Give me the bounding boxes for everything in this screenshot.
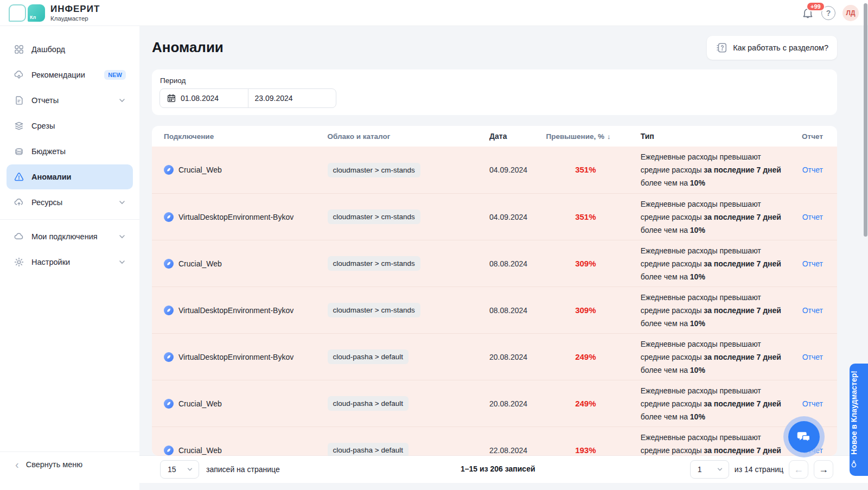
date-from-field[interactable]: 01.08.2024 — [160, 89, 248, 107]
sidebar-item-label: Бюджеты — [31, 147, 66, 156]
page-size-value: 15 — [168, 465, 176, 474]
next-page-button[interactable]: → — [814, 460, 833, 479]
arrow-right-icon: → — [819, 464, 828, 475]
report-link[interactable]: Отчет — [802, 353, 823, 361]
prev-page-button[interactable]: ← — [789, 460, 808, 479]
connection-provider-icon — [164, 446, 174, 455]
anomaly-type-text: Ежедневные расходы превышают средние рас… — [641, 384, 791, 423]
sidebar-item-recommendations[interactable]: Рекомендации NEW — [7, 62, 133, 87]
logo-icon: Кл — [9, 4, 45, 22]
col-header-type: Тип — [641, 130, 791, 143]
sidebar-item-label: Дашборд — [31, 45, 65, 54]
excess-percent: 249% — [546, 352, 596, 361]
connection-provider-icon — [164, 165, 174, 175]
connection-provider-icon — [164, 399, 174, 409]
connection-name: Crucial_Web — [178, 399, 222, 408]
col-header-excess-sort[interactable]: Превышение, %↓ — [546, 132, 641, 141]
sidebar-item-dashboard[interactable]: Дашборд — [7, 37, 133, 62]
table-row: Crucial_Web cloudmaster > cm-stands 08.0… — [152, 240, 837, 287]
resources-icon — [14, 197, 24, 208]
connection-provider-icon — [164, 352, 174, 362]
connection-name: Crucial_Web — [178, 166, 222, 174]
anomaly-type-text: Ежедневные расходы превышают средние рас… — [641, 338, 791, 377]
main-content: Аномалии Как работать с разделом? Период — [139, 26, 868, 490]
report-link[interactable]: Отчет — [802, 213, 823, 221]
connection-name: VirtualDesktopEnvironment-Bykov — [178, 353, 293, 361]
lightbulb-icon — [850, 460, 858, 468]
anomaly-type-text: Ежедневные расходы превышают средние рас… — [641, 198, 791, 237]
anomaly-date: 08.08.2024 — [489, 306, 546, 315]
budgets-icon — [14, 146, 24, 157]
chat-button[interactable] — [783, 416, 825, 457]
whats-new-label: Новое в Клаудмастер! — [850, 371, 858, 455]
anomaly-type-text: Ежедневные расходы превышают средние рас… — [641, 291, 791, 330]
connection-provider-icon — [164, 212, 174, 222]
collapse-menu-label: Свернуть меню — [26, 460, 83, 469]
sidebar-divider — [0, 219, 139, 220]
table-row: Crucial_Web cloud-pasha > default 20.08.… — [152, 380, 837, 427]
cloud-catalog-chip: cloud-pasha > default — [328, 443, 409, 456]
col-header-report: Отчет — [790, 132, 823, 141]
sidebar-item-connections[interactable]: Мои подключения — [7, 224, 133, 249]
notification-badge: +99 — [806, 2, 825, 11]
filter-card: Период 01.08.2024 23.09.2024 — [152, 69, 837, 115]
date-to-field[interactable]: 23.09.2024 — [248, 89, 336, 107]
recommendations-icon — [14, 69, 24, 80]
table-row: VirtualDesktopEnvironment-Bykov cloudmas… — [152, 287, 837, 333]
page-size-select[interactable]: 15 — [160, 460, 199, 479]
sidebar-item-resources[interactable]: Ресурсы — [7, 190, 133, 215]
report-link[interactable]: Отчет — [802, 306, 823, 315]
section-help-button[interactable]: Как работать с разделом? — [707, 36, 837, 60]
anomaly-date: 20.08.2024 — [489, 353, 546, 361]
table-body: Crucial_Web cloudmaster > cm-stands 04.0… — [152, 147, 837, 456]
page-scrollbar[interactable] — [864, 3, 867, 237]
sidebar-item-label: Настройки — [31, 258, 70, 266]
notifications-button[interactable]: +99 — [801, 7, 814, 20]
excess-percent: 193% — [546, 446, 596, 455]
section-help-label: Как работать с разделом? — [733, 43, 828, 52]
sidebar-item-slices[interactable]: Срезы — [7, 113, 133, 138]
sidebar-item-label: Ресурсы — [31, 198, 62, 207]
period-label: Период — [160, 77, 829, 85]
col-header-date: Дата — [489, 132, 546, 141]
chat-icon — [796, 429, 812, 444]
page-number-select[interactable]: 1 — [690, 460, 729, 479]
whats-new-tab[interactable]: Новое в Клаудмастер! — [850, 364, 868, 476]
cloud-catalog-chip: cloud-pasha > default — [328, 349, 409, 364]
sidebar-item-label: Срезы — [31, 122, 55, 130]
cloud-catalog-chip: cloudmaster > cm-stands — [328, 163, 420, 177]
date-from-value: 01.08.2024 — [181, 94, 219, 103]
anomaly-type-text: Ежедневные расходы превышают средние рас… — [641, 150, 791, 189]
sidebar-item-anomalies[interactable]: Аномалии — [7, 164, 133, 189]
avatar[interactable]: ЛД — [843, 5, 859, 21]
sidebar-item-label: Отчеты — [31, 96, 59, 105]
topbar: Кл ИНФЕРИТ Клаудмастер +99 ? ЛД — [0, 0, 868, 26]
report-link[interactable]: Отчет — [802, 399, 823, 408]
pagination-bar: 15 записей на странице 1–15 из 206 запис… — [139, 456, 868, 483]
cloud-catalog-chip: cloudmaster > cm-stands — [328, 209, 420, 224]
cloud-catalog-chip: cloud-pasha > default — [328, 396, 409, 411]
collapse-menu-button[interactable]: ‹ Свернуть меню — [0, 451, 139, 490]
table-row: VirtualDesktopEnvironment-Bykov cloud-pa… — [152, 333, 837, 380]
report-link[interactable]: Отчет — [802, 259, 823, 268]
connections-icon — [14, 231, 24, 242]
connection-provider-icon — [164, 259, 174, 269]
report-link[interactable]: Отчет — [802, 166, 823, 174]
table-row: VirtualDesktopEnvironment-Bykov cloudmas… — [152, 193, 837, 240]
sidebar-item-reports[interactable]: Отчеты — [7, 88, 133, 113]
calendar-icon — [167, 93, 176, 103]
chevron-left-icon: ‹ — [15, 460, 19, 469]
sidebar-item-label: Рекомендации — [31, 71, 85, 79]
excess-percent: 351% — [546, 212, 596, 221]
anomaly-type-text: Ежедневные расходы превышают средние рас… — [641, 244, 791, 283]
table-row: Crucial_Web cloudmaster > cm-stands 04.0… — [152, 147, 837, 193]
anomaly-date: 04.09.2024 — [489, 166, 546, 174]
sidebar-item-budgets[interactable]: Бюджеты — [7, 139, 133, 164]
connection-name: Crucial_Web — [178, 446, 222, 455]
connection-name: Crucial_Web — [178, 259, 222, 268]
slices-icon — [14, 120, 24, 131]
arrow-left-icon: ← — [794, 464, 803, 475]
app-logo: Кл ИНФЕРИТ Клаудмастер — [9, 4, 100, 22]
sidebar-item-settings[interactable]: Настройки — [7, 250, 133, 275]
cloud-catalog-chip: cloudmaster > cm-stands — [328, 303, 420, 317]
